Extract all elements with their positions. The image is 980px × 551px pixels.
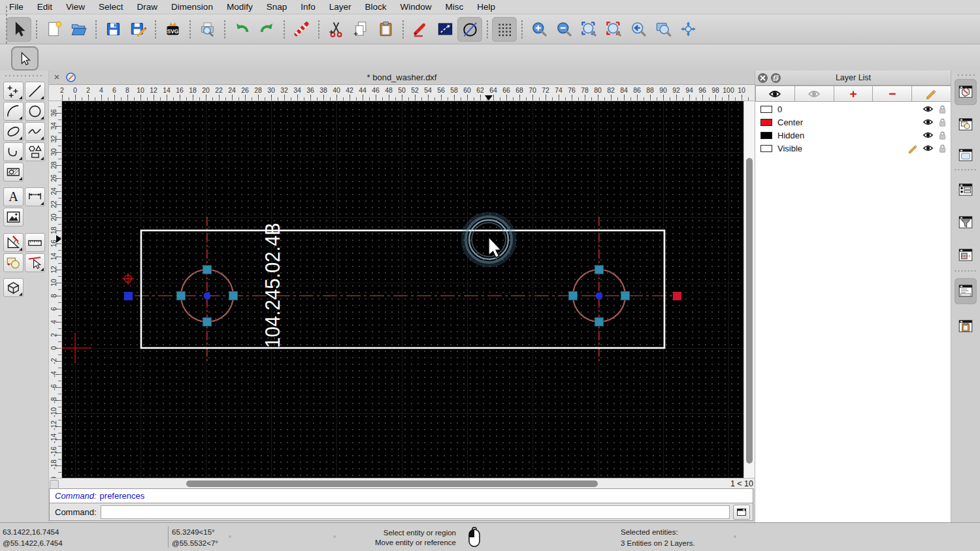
layer-panel-toolbar: + − — [755, 86, 951, 102]
delete-entities-button[interactable] — [289, 17, 314, 42]
draw-ellipse-tool-button[interactable] — [3, 122, 24, 141]
hide-all-layers-button[interactable] — [795, 86, 834, 102]
open-file-button[interactable] — [66, 17, 91, 42]
show-all-layers-button[interactable] — [755, 86, 795, 102]
layer-row-hidden[interactable]: Hidden — [755, 129, 951, 142]
scrollbar-corner-button[interactable] — [50, 480, 59, 489]
toolbar-separator — [399, 20, 407, 39]
entity-order-button[interactable] — [433, 17, 457, 42]
edit-layer-button[interactable] — [912, 86, 951, 102]
menu-item-draw[interactable]: Draw — [137, 2, 158, 12]
layer-row-visible[interactable]: Visible — [755, 142, 951, 155]
layer-row-center[interactable]: Center — [755, 116, 951, 129]
pointer-tool-button[interactable] — [11, 46, 39, 71]
zoom-redraw-button[interactable] — [601, 17, 626, 42]
selection-filter-widget-button[interactable] — [955, 210, 977, 236]
vertical-scrollbar[interactable] — [743, 101, 755, 478]
menu-item-dimension[interactable]: Dimension — [171, 2, 213, 12]
add-layer-button[interactable]: + — [834, 86, 874, 102]
block-list-widget-button[interactable] — [955, 112, 977, 138]
cut-button[interactable] — [323, 17, 348, 42]
solid-3d-tool-button[interactable] — [3, 278, 24, 297]
horizontal-scrollbar[interactable]: 1 < 10 — [49, 478, 755, 488]
copy-button[interactable] — [348, 17, 373, 42]
library-browser-widget-button[interactable] — [955, 142, 977, 168]
command-line-widget-button[interactable] — [955, 278, 977, 304]
new-file-button[interactable] — [41, 17, 66, 42]
draw-polygon-tool-button[interactable] — [25, 142, 45, 161]
export-svg-button[interactable]: SVG — [160, 17, 185, 42]
dimension-tool-button[interactable] — [25, 187, 45, 206]
menu-item-select[interactable]: Select — [99, 2, 123, 12]
new-file-icon — [45, 20, 63, 38]
block-tools-tool-button[interactable] — [3, 253, 24, 272]
draw-line-tool-button[interactable] — [25, 82, 45, 101]
save-button[interactable] — [101, 17, 125, 42]
layer-list-widget-button[interactable] — [955, 79, 977, 105]
menu-item-info[interactable]: Info — [301, 2, 316, 12]
layer-row-0[interactable]: 0 — [755, 102, 951, 116]
layer-visible-icon[interactable] — [923, 105, 934, 113]
measure-tool-button[interactable] — [25, 233, 45, 252]
center-point-left[interactable] — [204, 292, 211, 300]
modify-tools-tool-button[interactable] — [3, 233, 24, 252]
command-input[interactable] — [101, 505, 730, 519]
zoom-out-button[interactable] — [551, 17, 576, 42]
palette-handle[interactable] — [4, 74, 44, 77]
horizontal-scrollbar-thumb[interactable] — [186, 480, 598, 487]
layer-visible-icon[interactable] — [923, 131, 934, 139]
view-widget-button[interactable] — [955, 242, 977, 268]
select-entity-tool-button[interactable] — [25, 253, 45, 272]
zoom-window-button[interactable] — [651, 17, 676, 42]
layer-lock-icon[interactable] — [938, 104, 947, 114]
clipboard-widget-button[interactable] — [955, 313, 977, 339]
draw-circle-tool-button[interactable] — [25, 102, 45, 121]
draw-text-tool-button[interactable]: A — [3, 187, 24, 206]
endpoint-handle-blue[interactable] — [124, 292, 133, 300]
drawing-canvas[interactable]: 104.245.02.4B — [62, 101, 743, 478]
dock-handle — [956, 74, 976, 76]
menu-item-window[interactable]: Window — [400, 2, 432, 12]
circle-tool-button[interactable] — [457, 17, 482, 42]
pen-attributes-button[interactable] — [408, 17, 433, 42]
menu-item-view[interactable]: View — [66, 2, 85, 12]
select-pointer-button[interactable] — [7, 17, 31, 42]
entity-list-widget-button[interactable] — [955, 177, 977, 203]
insert-image-tool-button[interactable] — [3, 208, 24, 227]
remove-layer-button[interactable]: − — [873, 86, 912, 102]
redo-button[interactable] — [254, 17, 279, 42]
center-point-right[interactable] — [596, 292, 603, 300]
save-as-button[interactable] — [125, 17, 150, 42]
menu-item-edit[interactable]: Edit — [37, 2, 52, 12]
washer-outline-rect[interactable] — [141, 230, 664, 348]
print-preview-button[interactable] — [195, 17, 220, 42]
menu-item-modify[interactable]: Modify — [227, 2, 253, 12]
part-number-text[interactable]: 104.245.02.4B — [261, 223, 284, 348]
command-dock-button[interactable] — [733, 505, 750, 520]
layer-visible-icon[interactable] — [923, 144, 934, 152]
draw-polyline-tool-button[interactable] — [3, 142, 24, 161]
grid-toggle-button[interactable] — [492, 17, 517, 42]
layer-lock-icon[interactable] — [938, 144, 947, 153]
zoom-pan-button[interactable] — [676, 17, 700, 42]
zoom-previous-button[interactable] — [626, 17, 651, 42]
draw-arc-tool-button[interactable] — [3, 102, 24, 121]
vertical-scrollbar-thumb[interactable] — [746, 158, 753, 464]
zoom-in-button[interactable] — [527, 17, 551, 42]
layer-visible-icon[interactable] — [923, 118, 934, 126]
draw-point-tool-button[interactable] — [3, 82, 24, 101]
menu-item-block[interactable]: Block — [365, 2, 387, 12]
layer-lock-icon[interactable] — [938, 118, 947, 127]
menu-item-layer[interactable]: Layer — [329, 2, 351, 12]
layer-lock-icon[interactable] — [938, 131, 947, 140]
undo-button[interactable] — [229, 17, 254, 42]
zoom-auto-button[interactable] — [576, 17, 601, 42]
menu-item-file[interactable]: File — [9, 2, 24, 12]
paste-button[interactable] — [373, 17, 398, 42]
draw-hatch-tool-button[interactable] — [3, 163, 24, 181]
menu-item-misc[interactable]: Misc — [446, 2, 464, 12]
menu-item-help[interactable]: Help — [477, 2, 495, 12]
draw-spline-tool-button[interactable] — [25, 122, 45, 141]
menu-item-snap[interactable]: Snap — [267, 2, 287, 12]
endpoint-handle-red[interactable] — [673, 292, 681, 300]
